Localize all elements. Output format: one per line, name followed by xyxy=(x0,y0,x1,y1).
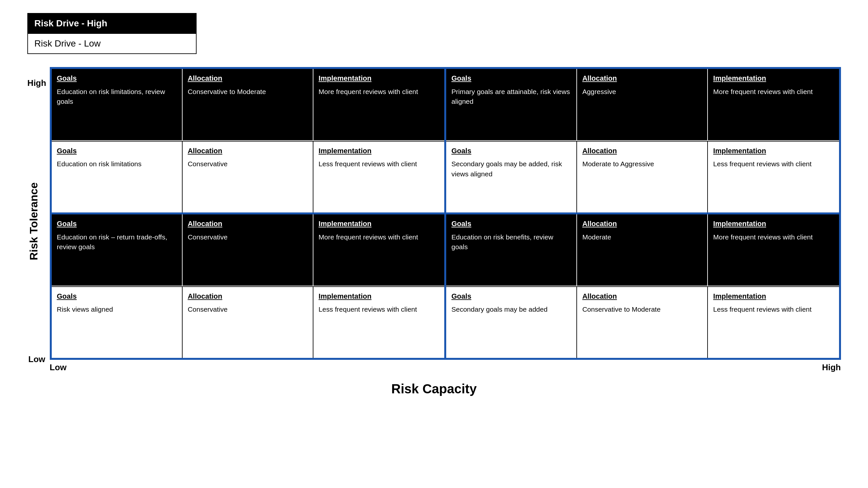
cell-content-bottom-right-high-0: Education on risk benefits, review goals xyxy=(452,232,571,252)
cell-header-top-right-low-0: Goals xyxy=(452,146,571,156)
cell-bottom-right-high-1: AllocationModerate xyxy=(577,215,708,286)
sub-row-bottom-right-high: GoalsEducation on risk benefits, review … xyxy=(446,215,839,286)
cell-header-bottom-left-high-1: Allocation xyxy=(188,219,308,229)
cell-header-top-left-low-1: Allocation xyxy=(188,146,308,156)
quadrant-top-left: GoalsEducation on risk limitations, revi… xyxy=(51,68,445,214)
page-container: Risk Drive - High Risk Drive - Low High … xyxy=(27,13,841,396)
y-axis-container: High Risk Tolerance Low xyxy=(27,75,46,368)
y-axis-high-label: High xyxy=(27,75,46,88)
cell-content-bottom-right-high-2: More frequent reviews with client xyxy=(713,232,834,242)
cell-content-bottom-right-low-2: Less frequent reviews with client xyxy=(713,304,834,314)
cell-bottom-left-low-0: GoalsRisk views aligned xyxy=(52,287,183,358)
cell-bottom-right-high-0: GoalsEducation on risk benefits, review … xyxy=(446,215,577,286)
cell-bottom-left-high-2: ImplementationMore frequent reviews with… xyxy=(313,215,444,286)
cell-top-left-high-2: ImplementationMore frequent reviews with… xyxy=(313,69,444,140)
cell-content-top-left-low-1: Conservative xyxy=(188,159,308,169)
cell-header-top-right-high-0: Goals xyxy=(452,73,571,84)
sub-row-bottom-left-high: GoalsEducation on risk – return trade-of… xyxy=(52,215,444,286)
cell-content-bottom-left-low-2: Less frequent reviews with client xyxy=(319,304,439,314)
matrix-grid: GoalsEducation on risk limitations, revi… xyxy=(50,67,841,360)
cell-bottom-left-high-0: GoalsEducation on risk – return trade-of… xyxy=(52,215,183,286)
cell-header-bottom-left-high-0: Goals xyxy=(57,219,177,229)
cell-header-top-left-low-0: Goals xyxy=(57,146,177,156)
cell-top-left-low-2: ImplementationLess frequent reviews with… xyxy=(313,141,444,213)
cell-header-bottom-left-low-0: Goals xyxy=(57,292,177,301)
cell-top-left-low-1: AllocationConservative xyxy=(183,141,313,213)
cell-header-bottom-right-high-0: Goals xyxy=(452,219,571,229)
cell-header-top-left-high-0: Goals xyxy=(57,73,177,84)
cell-top-right-high-0: GoalsPrimary goals are attainable, risk … xyxy=(446,69,577,140)
y-axis-title: Risk Tolerance xyxy=(27,88,40,354)
cell-bottom-right-low-1: AllocationConservative to Moderate xyxy=(577,287,708,358)
cell-content-top-left-low-2: Less frequent reviews with client xyxy=(319,159,439,169)
cell-header-top-left-high-1: Allocation xyxy=(188,73,308,84)
legend: Risk Drive - High Risk Drive - Low xyxy=(27,13,196,54)
legend-high: Risk Drive - High xyxy=(28,14,196,33)
cell-header-bottom-right-low-1: Allocation xyxy=(582,292,702,301)
x-axis-row: Low High xyxy=(50,360,841,375)
y-axis-low-label: Low xyxy=(28,354,45,368)
cell-header-bottom-right-high-2: Implementation xyxy=(713,219,834,229)
cell-top-left-high-1: AllocationConservative to Moderate xyxy=(183,69,313,140)
cell-content-bottom-right-low-1: Conservative to Moderate xyxy=(582,304,702,314)
cell-content-bottom-left-low-0: Risk views aligned xyxy=(57,304,177,314)
cell-top-right-low-2: ImplementationLess frequent reviews with… xyxy=(708,141,839,213)
legend-low-label: Risk Drive - Low xyxy=(34,38,101,48)
cell-bottom-right-high-2: ImplementationMore frequent reviews with… xyxy=(708,215,839,286)
cell-content-top-right-low-1: Moderate to Aggressive xyxy=(582,159,702,169)
cell-header-bottom-right-low-2: Implementation xyxy=(713,292,834,301)
cell-content-top-left-high-1: Conservative to Moderate xyxy=(188,87,308,97)
cell-content-bottom-left-high-0: Education on risk – return trade-offs, r… xyxy=(57,232,177,252)
sub-row-bottom-right-low: GoalsSecondary goals may be addedAllocat… xyxy=(446,286,839,358)
cell-header-top-right-low-1: Allocation xyxy=(582,146,702,156)
cell-header-bottom-right-low-0: Goals xyxy=(452,292,571,301)
cell-top-left-low-0: GoalsEducation on risk limitations xyxy=(52,141,183,213)
cell-content-top-right-high-0: Primary goals are attainable, risk views… xyxy=(452,87,571,107)
quadrant-top-right: GoalsPrimary goals are attainable, risk … xyxy=(445,68,840,214)
quadrant-bottom-right: GoalsEducation on risk benefits, review … xyxy=(445,214,840,359)
cell-header-top-left-low-2: Implementation xyxy=(319,146,439,156)
cell-content-top-right-high-1: Aggressive xyxy=(582,87,702,97)
cell-header-bottom-left-low-1: Allocation xyxy=(188,292,308,301)
cell-header-top-right-low-2: Implementation xyxy=(713,146,834,156)
cell-top-left-high-0: GoalsEducation on risk limitations, revi… xyxy=(52,69,183,140)
cell-bottom-left-high-1: AllocationConservative xyxy=(183,215,313,286)
cell-header-top-right-high-2: Implementation xyxy=(713,73,834,84)
chart-wrapper: High Risk Tolerance Low GoalsEducation o… xyxy=(27,67,841,375)
cell-content-top-right-high-2: More frequent reviews with client xyxy=(713,87,834,97)
cell-header-bottom-left-low-2: Implementation xyxy=(319,292,439,301)
cell-top-right-low-0: GoalsSecondary goals may be added, risk … xyxy=(446,141,577,213)
sub-row-top-right-low: GoalsSecondary goals may be added, risk … xyxy=(446,141,839,213)
sub-row-top-left-high: GoalsEducation on risk limitations, revi… xyxy=(52,69,444,141)
legend-low: Risk Drive - Low xyxy=(28,33,196,53)
cell-content-top-left-low-0: Education on risk limitations xyxy=(57,159,177,169)
x-axis-high-label: High xyxy=(822,362,841,372)
cell-content-bottom-left-low-1: Conservative xyxy=(188,304,308,314)
cell-top-right-high-1: AllocationAggressive xyxy=(577,69,708,140)
cell-top-right-low-1: AllocationModerate to Aggressive xyxy=(577,141,708,213)
cell-content-top-right-low-2: Less frequent reviews with client xyxy=(713,159,834,169)
cell-header-top-left-high-2: Implementation xyxy=(319,73,439,84)
cell-content-top-left-high-0: Education on risk limitations, review go… xyxy=(57,87,177,107)
cell-content-bottom-right-high-1: Moderate xyxy=(582,232,702,242)
cell-content-bottom-left-high-2: More frequent reviews with client xyxy=(319,232,439,242)
cell-bottom-left-low-2: ImplementationLess frequent reviews with… xyxy=(313,287,444,358)
cell-header-bottom-right-high-1: Allocation xyxy=(582,219,702,229)
cell-bottom-left-low-1: AllocationConservative xyxy=(183,287,313,358)
legend-high-label: Risk Drive - High xyxy=(34,18,107,28)
sub-row-top-left-low: GoalsEducation on risk limitationsAlloca… xyxy=(52,141,444,213)
cell-content-bottom-right-low-0: Secondary goals may be added xyxy=(452,304,571,314)
cell-content-top-left-high-2: More frequent reviews with client xyxy=(319,87,439,97)
cell-content-top-right-low-0: Secondary goals may be added, risk views… xyxy=(452,159,571,179)
quadrant-bottom-left: GoalsEducation on risk – return trade-of… xyxy=(51,214,445,359)
cell-bottom-right-low-2: ImplementationLess frequent reviews with… xyxy=(708,287,839,358)
cell-bottom-right-low-0: GoalsSecondary goals may be added xyxy=(446,287,577,358)
cell-content-bottom-left-high-1: Conservative xyxy=(188,232,308,242)
sub-row-bottom-left-low: GoalsRisk views alignedAllocationConserv… xyxy=(52,286,444,358)
grid-and-x: GoalsEducation on risk limitations, revi… xyxy=(50,67,841,375)
x-axis-low-label: Low xyxy=(50,362,67,372)
x-axis-title: Risk Capacity xyxy=(27,382,841,396)
sub-row-top-right-high: GoalsPrimary goals are attainable, risk … xyxy=(446,69,839,141)
cell-header-top-right-high-1: Allocation xyxy=(582,73,702,84)
cell-top-right-high-2: ImplementationMore frequent reviews with… xyxy=(708,69,839,140)
